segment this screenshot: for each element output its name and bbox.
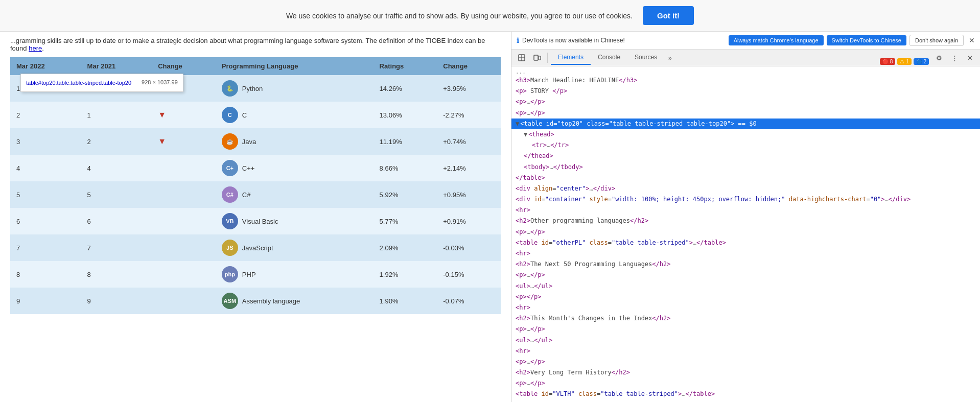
rating-cell: 5.77% xyxy=(374,208,437,234)
tab-more[interactable]: » xyxy=(664,52,676,65)
language-cell: C#C# xyxy=(216,181,374,208)
rank-2021-cell: 4 xyxy=(81,155,152,181)
rank-2021-cell: 5 xyxy=(81,181,152,208)
table-row: 32▼☕Java11.19%+0.74% xyxy=(10,128,501,155)
dom-line[interactable]: <ul>…</ul> xyxy=(511,335,980,346)
language-icon: php xyxy=(222,266,238,282)
change-value-cell: +0.95% xyxy=(437,181,501,208)
down-arrow-icon: ▼ xyxy=(158,137,166,146)
devtools-settings-button[interactable]: ⚙ xyxy=(932,51,946,65)
dom-line[interactable]: <table id="VLTH" class="table table-stri… xyxy=(511,389,980,399)
device-icon xyxy=(533,54,541,62)
rating-cell: 1.90% xyxy=(374,288,437,314)
dom-line[interactable]: <h2>This Month's Changes in the Index</h… xyxy=(511,313,980,324)
cookie-banner: We use cookies to analyse our traffic an… xyxy=(0,0,980,32)
change-value-cell: +2.14% xyxy=(437,155,501,181)
dom-line[interactable]: <p>…</p> xyxy=(511,108,980,119)
dom-line[interactable]: ▼<table id="top20" class="table table-st… xyxy=(511,119,980,129)
rating-cell: 5.92% xyxy=(374,181,437,208)
rating-cell: 1.92% xyxy=(374,261,437,288)
table-row: 44C+C++8.66%+2.14% xyxy=(10,155,501,181)
cursor-icon xyxy=(518,54,526,62)
change-value-cell: -2.27% xyxy=(437,102,501,128)
rank-2021-cell: 1 xyxy=(81,102,152,128)
col-change-val: Change xyxy=(437,57,501,75)
cookie-got-it-button[interactable]: Got it! xyxy=(643,6,694,25)
tab-elements[interactable]: Elements xyxy=(551,51,591,65)
dom-line[interactable]: <p></p> xyxy=(511,292,980,302)
error-badge: 🔴 8 xyxy=(880,58,895,65)
tab-sources[interactable]: Sources xyxy=(627,51,664,65)
svg-rect-3 xyxy=(534,55,538,60)
dom-line[interactable]: <hr> xyxy=(511,248,980,259)
dom-line[interactable]: <p>…</p> xyxy=(511,357,980,367)
dom-line[interactable]: <h2>The Next 50 Programming Languages</h… xyxy=(511,259,980,270)
dont-show-again-button[interactable]: Don't show again xyxy=(909,35,964,46)
dom-line[interactable]: <hr> xyxy=(511,302,980,313)
switch-devtools-button[interactable]: Switch DevTools to Chinese xyxy=(827,35,906,45)
change-arrow-cell xyxy=(152,288,216,314)
rank-2022-cell: 5 xyxy=(10,181,81,208)
dom-line[interactable]: <h2>Very Long Term History</h2> xyxy=(511,367,980,378)
inspect-element-button[interactable] xyxy=(515,51,529,65)
col-mar2021: Mar 2021 xyxy=(81,57,152,75)
dom-line[interactable]: <p>…</p> xyxy=(511,324,980,335)
here-link[interactable]: here xyxy=(29,44,42,52)
rank-2022-cell: 2 xyxy=(10,102,81,128)
devtools-close-button[interactable]: ✕ xyxy=(963,51,977,65)
dom-line[interactable]: <div align="center">…</div> xyxy=(511,183,980,194)
dom-line[interactable]: <tbody>…</tbody> xyxy=(511,162,980,173)
dom-line[interactable]: <p>…</p> xyxy=(511,97,980,107)
change-value-cell: -0.03% xyxy=(437,234,501,261)
dom-line[interactable]: </table> xyxy=(511,173,980,183)
match-language-button[interactable]: Always match Chrome's language xyxy=(729,35,824,45)
tab-badges: 🔴 8 ⚠ 1 🔵 2 xyxy=(880,58,929,65)
dom-line[interactable]: <div id="container" style="width: 100%; … xyxy=(511,194,980,205)
dom-line[interactable]: <hr> xyxy=(511,205,980,216)
rank-2021-cell: 9 xyxy=(81,288,152,314)
language-icon: C# xyxy=(222,186,238,203)
dom-line[interactable]: <table id="otherPL" class="table table-s… xyxy=(511,238,980,248)
rating-cell: 2.09% xyxy=(374,234,437,261)
intro-text: ...gramming skills are still up to date … xyxy=(10,37,485,52)
table-header-row: Mar 2022 Mar 2021 Change Programming Lan… xyxy=(10,57,501,75)
tooltip-size: 928 × 1037.99 xyxy=(142,78,178,87)
change-arrow-cell: ▼ xyxy=(152,102,216,128)
dom-line[interactable]: <h3>March Headline: HEADLINE</h3> xyxy=(511,75,980,86)
info-badge: 🔵 2 xyxy=(914,58,929,65)
dom-line[interactable]: </thead> xyxy=(511,151,980,161)
change-arrow-cell: ▼ xyxy=(152,128,216,155)
col-change-arrow: Change xyxy=(152,57,216,75)
language-cell: ☕Java xyxy=(216,128,374,155)
col-ratings: Ratings xyxy=(374,57,437,75)
table-row: 99ASMAssembly language1.90%-0.07% xyxy=(10,288,501,314)
dom-line[interactable]: <hr> xyxy=(511,346,980,357)
language-name: Visual Basic xyxy=(242,218,278,225)
language-name: Java xyxy=(242,138,256,146)
rank-2022-cell: 6 xyxy=(10,208,81,234)
dom-line[interactable]: <h2>Other programming languages</h2> xyxy=(511,216,980,226)
table-head: Mar 2022 Mar 2021 Change Programming Lan… xyxy=(10,57,501,75)
dom-line[interactable]: <p>…</p> xyxy=(511,270,980,280)
rank-2022-cell: 9 xyxy=(10,288,81,314)
device-toggle-button[interactable] xyxy=(530,51,544,65)
rating-cell: 8.66% xyxy=(374,155,437,181)
dom-line[interactable]: <p>…</p> xyxy=(511,378,980,389)
element-tooltip: table#top20.table.table-striped.table-to… xyxy=(20,74,183,92)
rank-2022-cell: 8 xyxy=(10,261,81,288)
rank-2022-cell: 7 xyxy=(10,234,81,261)
dom-line[interactable]: <p> STORY </p> xyxy=(511,86,980,97)
notification-buttons: Always match Chrome's language Switch De… xyxy=(729,35,964,46)
tab-console[interactable]: Console xyxy=(591,51,627,65)
rating-cell: 11.19% xyxy=(374,128,437,155)
dom-line[interactable]: <tr>…</tr> xyxy=(511,140,980,151)
dom-line[interactable]: <ul>…</ul> xyxy=(511,281,980,292)
tiobe-table: Mar 2022 Mar 2021 Change Programming Lan… xyxy=(10,57,501,314)
dom-line[interactable]: ▼<thead> xyxy=(511,129,980,140)
notification-close-button[interactable]: ✕ xyxy=(969,36,975,44)
devtools-more-button[interactable]: ⋮ xyxy=(947,51,962,65)
language-icon: ☕ xyxy=(222,133,238,150)
dom-line[interactable]: <p>…</p> xyxy=(511,227,980,238)
down-arrow-icon: ▼ xyxy=(158,110,166,119)
table-body: 13▲🐍Python14.26%+3.95%21▼CC13.06%-2.27%3… xyxy=(10,75,501,314)
